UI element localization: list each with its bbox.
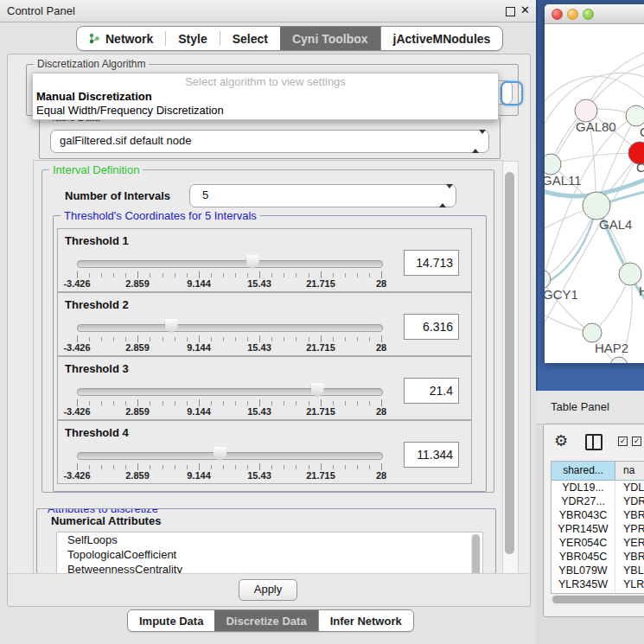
tick-label: -3.426 bbox=[63, 278, 90, 289]
scrollbar-thumb[interactable] bbox=[552, 596, 644, 603]
cell[interactable]: YDR2 bbox=[615, 494, 644, 508]
cell[interactable]: YDL1 bbox=[615, 481, 644, 494]
network-node-gal11[interactable] bbox=[545, 154, 561, 175]
tab-style[interactable]: Style bbox=[166, 27, 219, 50]
dropdown-option-manual[interactable]: Manual Discretization bbox=[33, 90, 498, 104]
list-item[interactable]: BetweennessCentrality bbox=[57, 562, 482, 574]
tick-label: 21.715 bbox=[306, 342, 335, 353]
tab-cyni-toolbox[interactable]: Cyni Toolbox bbox=[280, 27, 380, 50]
list-item[interactable]: SelfLoops bbox=[57, 532, 482, 547]
numerical-attributes-label: Numerical Attributes bbox=[51, 514, 161, 527]
table-row[interactable]: YBR045CYBR0 bbox=[552, 550, 644, 564]
vertical-scrollbar[interactable] bbox=[502, 161, 519, 574]
table-row[interactable]: YBR043CYBR0 bbox=[552, 508, 644, 522]
network-node[interactable] bbox=[610, 357, 628, 363]
tick-label: -3.426 bbox=[63, 470, 90, 481]
cell[interactable]: YPR145W bbox=[552, 522, 615, 536]
network-canvas[interactable]: GAL80GCGAL11GAL4GCY1HHAP2 bbox=[545, 23, 644, 363]
zoom-button[interactable] bbox=[583, 9, 594, 20]
list-scrollbar[interactable] bbox=[471, 534, 481, 574]
cell[interactable]: YIL052C bbox=[552, 591, 615, 594]
network-node-label: GCY1 bbox=[545, 287, 578, 302]
tick-label: 15.43 bbox=[247, 278, 271, 289]
network-node-g[interactable] bbox=[626, 105, 644, 126]
cell[interactable]: YDL19... bbox=[552, 481, 615, 494]
combobox-value: galFiltered.sif default node bbox=[60, 134, 191, 147]
threshold-3-slider[interactable] bbox=[77, 388, 383, 396]
cell[interactable]: YIL0 bbox=[615, 591, 644, 594]
control-panel-tabs: Network Style Select Cyni Toolbox jActiv… bbox=[76, 26, 503, 51]
cell[interactable]: YBR0 bbox=[615, 550, 644, 564]
tab-network[interactable]: Network bbox=[77, 27, 165, 50]
attributes-group: Attributes to discretize Numerical Attri… bbox=[36, 508, 496, 574]
tab-infer-network[interactable]: Infer Network bbox=[318, 610, 413, 631]
cell[interactable]: YBR045C bbox=[552, 550, 615, 564]
tab-label: Network bbox=[105, 32, 153, 46]
cell[interactable]: YBR0 bbox=[615, 508, 644, 522]
group-label: Threshold's Coordinates for 5 Intervals bbox=[61, 209, 260, 222]
table-row[interactable]: YPR145WYPR1 bbox=[552, 522, 644, 536]
split-view-icon[interactable] bbox=[585, 434, 603, 450]
network-node-gal4[interactable] bbox=[583, 192, 610, 220]
threshold-4-slider[interactable] bbox=[77, 452, 383, 460]
dropdown-option-equal-width[interactable]: Equal Width/Frequency Discretization bbox=[33, 104, 498, 118]
combobox-arrows-icon bbox=[472, 134, 480, 148]
tick-label: 2.859 bbox=[125, 470, 150, 481]
tab-impute-data[interactable]: Impute Data bbox=[128, 610, 214, 631]
table-row[interactable]: YER054CYER0 bbox=[552, 536, 644, 550]
network-node-h[interactable] bbox=[619, 263, 641, 285]
table-row[interactable]: YLR345WYLR3 bbox=[552, 577, 644, 591]
checkbox-icon[interactable]: ✓ bbox=[618, 437, 628, 446]
horizontal-scrollbar[interactable] bbox=[551, 595, 644, 605]
network-edge[interactable] bbox=[545, 76, 644, 105]
scrollbar-thumb[interactable] bbox=[472, 534, 480, 574]
column-header-name[interactable]: na bbox=[615, 462, 644, 480]
threshold-1-value-field[interactable]: 14.713 bbox=[404, 250, 459, 276]
cell[interactable]: YLR345W bbox=[552, 577, 615, 591]
cell[interactable]: YBR043C bbox=[552, 508, 615, 522]
tick-label: 21.715 bbox=[306, 406, 335, 417]
network-node-label: GAL80 bbox=[576, 119, 616, 134]
tick-label: 2.859 bbox=[125, 342, 150, 353]
cell[interactable]: YBL0 bbox=[615, 564, 644, 577]
scrollbar-thumb[interactable] bbox=[505, 172, 514, 554]
table-data-combobox[interactable]: galFiltered.sif default node bbox=[50, 130, 489, 153]
close-button[interactable] bbox=[552, 9, 563, 20]
threshold-3-value-field[interactable]: 21.4 bbox=[404, 378, 459, 404]
cell[interactable]: YLR3 bbox=[615, 577, 644, 591]
tab-select[interactable]: Select bbox=[220, 27, 280, 50]
cell[interactable]: YER0 bbox=[615, 536, 644, 550]
threshold-2-value-field[interactable]: 6.316 bbox=[404, 314, 459, 340]
column-header-shared-name[interactable]: shared... bbox=[552, 462, 615, 480]
table-row[interactable]: YIL052CYIL0 bbox=[552, 591, 644, 594]
threshold-1-slider[interactable] bbox=[77, 260, 383, 268]
tick-label: 15.43 bbox=[247, 342, 271, 353]
tab-jactivemnodules[interactable]: jActiveMNodules bbox=[380, 27, 503, 50]
settings-gear-icon[interactable]: ⚙ bbox=[554, 431, 568, 450]
network-view-window: GAL80GCGAL11GAL4GCY1HHAP2 bbox=[545, 4, 644, 363]
minimize-button[interactable] bbox=[567, 9, 578, 20]
float-window-icon[interactable] bbox=[506, 7, 515, 16]
control-panel: Control Panel ✕ Network Style Select Cyn… bbox=[0, 0, 537, 644]
table-row[interactable]: YDR27...YDR2 bbox=[552, 494, 644, 508]
checkbox-icon[interactable]: ✓ bbox=[632, 437, 641, 446]
tab-label: Discretize Data bbox=[226, 615, 306, 628]
list-item[interactable]: TopologicalCoefficient bbox=[57, 547, 482, 562]
threshold-2-slider[interactable] bbox=[77, 324, 383, 332]
num-intervals-spinner[interactable]: 5 bbox=[189, 184, 456, 207]
threshold-4-value-field[interactable]: 11.344 bbox=[404, 442, 459, 468]
network-node-hap2[interactable] bbox=[583, 323, 602, 342]
close-icon[interactable]: ✕ bbox=[520, 3, 530, 16]
threshold-3-panel: Threshold 3 -3.426 2.859 9.144 15.43 21.… bbox=[57, 356, 472, 420]
group-label: Discretization Algorithm bbox=[34, 58, 149, 70]
cell[interactable]: YBL079W bbox=[552, 564, 615, 577]
table-row[interactable]: YBL079WYBL0 bbox=[552, 564, 644, 577]
network-node-gcy1[interactable] bbox=[545, 270, 551, 289]
cell[interactable]: YPR1 bbox=[615, 522, 644, 536]
tab-discretize-data[interactable]: Discretize Data bbox=[214, 610, 317, 631]
cell[interactable]: YDR27... bbox=[552, 494, 615, 508]
cell[interactable]: YER054C bbox=[552, 536, 615, 550]
table-row[interactable]: YDL19...YDL1 bbox=[552, 481, 644, 494]
apply-button[interactable]: Apply bbox=[239, 579, 297, 601]
threshold-label: Threshold 4 bbox=[65, 426, 129, 439]
